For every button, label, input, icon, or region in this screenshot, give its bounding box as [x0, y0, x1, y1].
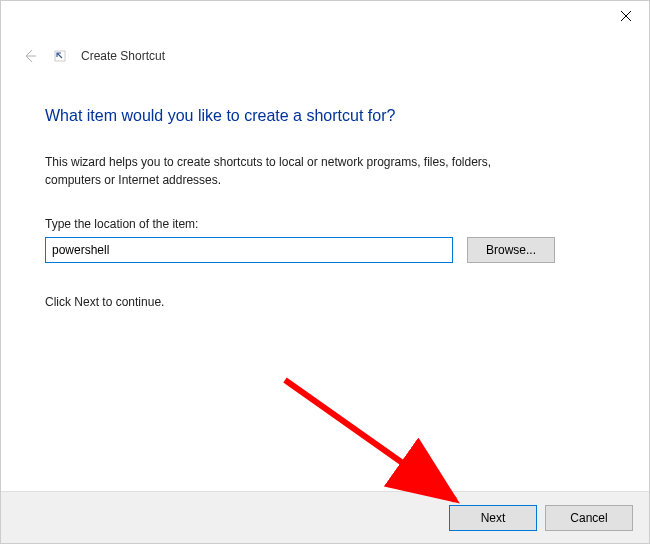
- location-input[interactable]: [45, 237, 453, 263]
- create-shortcut-dialog: Create Shortcut What item would you like…: [0, 0, 650, 544]
- titlebar: [1, 1, 649, 37]
- page-heading: What item would you like to create a sho…: [45, 107, 605, 125]
- close-button[interactable]: [603, 1, 649, 31]
- back-button: [21, 47, 39, 65]
- continue-instruction: Click Next to continue.: [45, 295, 605, 309]
- location-input-row: Browse...: [45, 237, 605, 263]
- close-icon: [621, 11, 631, 21]
- dialog-footer: Next Cancel: [1, 491, 649, 543]
- browse-button[interactable]: Browse...: [467, 237, 555, 263]
- next-button[interactable]: Next: [449, 505, 537, 531]
- dialog-content: What item would you like to create a sho…: [1, 71, 649, 491]
- dialog-header: Create Shortcut: [1, 37, 649, 71]
- shortcut-icon: [53, 49, 67, 63]
- location-label: Type the location of the item:: [45, 217, 605, 231]
- dialog-title: Create Shortcut: [81, 49, 165, 63]
- back-arrow-icon: [22, 48, 38, 64]
- cancel-button[interactable]: Cancel: [545, 505, 633, 531]
- wizard-description: This wizard helps you to create shortcut…: [45, 153, 545, 189]
